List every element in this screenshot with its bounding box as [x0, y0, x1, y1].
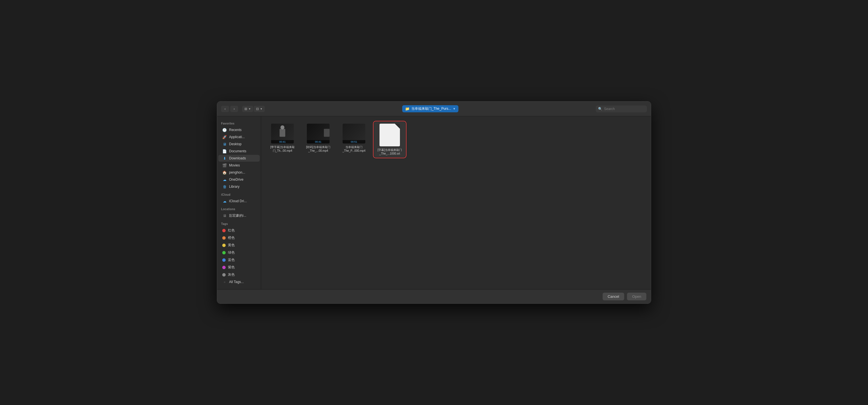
file-name: [带字幕]当幸福来敲门_Th...00.mp4	[270, 145, 294, 153]
main-layout: Favorites 🕐 Recents 🚀 Applicati... 🖥 Des…	[217, 116, 651, 289]
sidebar-documents-label: Documents	[229, 149, 246, 153]
list-item[interactable]: [字幕]当幸福来敲门_The_...1000.srt	[374, 122, 405, 157]
toolbar: ‹ › ⊞ ▼ ⊟ ▼ 📁 当幸福来敲门_The_Purs... ▼ 🔍	[217, 102, 651, 116]
computer-icon: 🖥	[222, 213, 227, 218]
icloud-section-title: iCloud	[217, 190, 261, 197]
video-duration-badge: 00:41	[271, 140, 294, 143]
tag-red-dot	[222, 229, 226, 232]
tag-orange-dot	[222, 236, 226, 240]
movies-icon: 🎬	[222, 163, 227, 168]
file-thumbnail: 00:41	[271, 124, 294, 143]
list-item[interactable]: 00:41 [带字幕]当幸福来敲门_Th...00.mp4	[267, 122, 298, 157]
video-duration-badge: 00:51	[343, 140, 365, 143]
sidebar-onedrive-label: OneDrive	[229, 177, 244, 181]
grid-view-button[interactable]: ⊞ ▼	[242, 106, 253, 112]
sidebar-item-tag-gray[interactable]: 灰色	[218, 271, 260, 278]
list-view-button[interactable]: ⊟ ▼	[254, 106, 265, 112]
tags-section-title: Tags	[217, 220, 261, 227]
library-icon: 🗑	[222, 184, 227, 189]
sidebar-item-tag-orange[interactable]: 橙色	[218, 234, 260, 241]
sidebar-item-all-tags[interactable]: ○ All Tags...	[218, 278, 260, 285]
list-icon: ⊟	[256, 107, 259, 111]
sidebar-item-downloads[interactable]: ⬇ Downloads	[218, 155, 260, 162]
desktop-icon: 🖥	[222, 142, 227, 146]
cancel-button[interactable]: Cancel	[602, 293, 624, 300]
video-duration-badge: 00:41	[307, 140, 330, 143]
sidebar-item-recents[interactable]: 🕐 Recents	[218, 127, 260, 133]
sidebar-item-computer[interactable]: 🖥 彭宏豪的i...	[218, 212, 260, 219]
sidebar-item-applications[interactable]: 🚀 Applicati...	[218, 134, 260, 140]
sidebar-tag-green-label: 绿色	[228, 250, 235, 255]
penghong-icon: 🏠	[222, 170, 227, 175]
documents-icon: 📄	[222, 149, 227, 154]
document-icon	[379, 124, 400, 146]
file-name: [字幕]当幸福来敲门_The_...1000.srt	[377, 148, 402, 156]
sidebar-recents-label: Recents	[229, 128, 242, 132]
file-name: 当幸福来敲门_The_P...000.mp4	[343, 145, 366, 153]
sidebar-tag-purple-label: 紫色	[228, 265, 235, 270]
list-item[interactable]: 00:51 当幸福来敲门_The_P...000.mp4	[338, 122, 370, 157]
sidebar-movies-label: Movies	[229, 163, 240, 167]
grid-dropdown-icon: ▼	[248, 107, 251, 110]
back-button[interactable]: ‹	[221, 106, 229, 112]
recents-icon: 🕐	[222, 128, 227, 132]
all-tags-icon: ○	[222, 280, 227, 284]
sidebar-applications-label: Applicati...	[229, 135, 245, 139]
file-thumbnail: 00:41	[307, 124, 330, 143]
search-box[interactable]: 🔍	[596, 105, 647, 112]
sidebar-computer-label: 彭宏豪的i...	[229, 213, 246, 218]
search-icon: 🔍	[598, 107, 602, 111]
sidebar-tag-gray-label: 灰色	[228, 272, 235, 277]
sidebar-item-tag-green[interactable]: 绿色	[218, 249, 260, 256]
onedrive-icon: ☁	[222, 177, 227, 182]
search-input[interactable]	[604, 107, 645, 111]
sidebar-tag-yellow-label: 黄色	[228, 243, 235, 247]
sidebar-item-documents[interactable]: 📄 Documents	[218, 148, 260, 155]
sidebar-downloads-label: Downloads	[229, 156, 246, 160]
downloads-icon: ⬇	[222, 156, 227, 161]
path-label: 当幸福来敲门_The_Purs...	[411, 106, 451, 111]
sidebar-icloud-label: iCloud Dri...	[229, 199, 247, 203]
tag-green-dot	[222, 251, 226, 255]
path-chevron-icon: ▼	[453, 107, 456, 110]
nav-buttons: ‹ ›	[221, 106, 238, 112]
list-item[interactable]: 00:41 [转码]当幸福来敲门_The_...00.mp4	[303, 122, 334, 157]
list-dropdown-icon: ▼	[260, 107, 262, 110]
sidebar-all-tags-label: All Tags...	[229, 280, 244, 284]
finder-window: ‹ › ⊞ ▼ ⊟ ▼ 📁 当幸福来敲门_The_Purs... ▼ 🔍	[217, 101, 651, 304]
icloud-drive-icon: ☁	[222, 199, 227, 203]
sidebar-item-desktop[interactable]: 🖥 Desktop	[218, 141, 260, 147]
view-buttons: ⊞ ▼ ⊟ ▼	[242, 106, 265, 112]
sidebar-item-movies[interactable]: 🎬 Movies	[218, 162, 260, 169]
tag-gray-dot	[222, 273, 226, 276]
bottom-bar: Cancel Open	[217, 289, 651, 303]
file-thumbnail: 00:51	[343, 124, 365, 143]
tag-yellow-dot	[222, 244, 226, 247]
sidebar-library-label: Library	[229, 184, 240, 189]
forward-button[interactable]: ›	[230, 106, 238, 112]
sidebar-tag-orange-label: 橙色	[228, 235, 235, 240]
sidebar-tag-blue-label: 蓝色	[228, 258, 235, 262]
path-breadcrumb[interactable]: 📁 当幸福来敲门_The_Purs... ▼	[402, 105, 459, 112]
sidebar-tag-red-label: 红色	[228, 228, 235, 233]
sidebar-item-library[interactable]: 🗑 Library	[218, 183, 260, 190]
tag-purple-dot	[222, 266, 226, 269]
sidebar-item-tag-yellow[interactable]: 黄色	[218, 242, 260, 249]
folder-icon: 📁	[405, 107, 410, 111]
sidebar-item-tag-red[interactable]: 红色	[218, 227, 260, 234]
sidebar-item-penghong[interactable]: 🏠 penghon...	[218, 169, 260, 176]
sidebar-penghong-label: penghon...	[229, 170, 245, 174]
open-button[interactable]: Open	[627, 293, 646, 300]
file-name: [转码]当幸福来敲门_The_...00.mp4	[306, 145, 331, 153]
file-area: 00:41 [带字幕]当幸福来敲门_Th...00.mp4 00:41 [转码]…	[261, 116, 651, 289]
grid-icon: ⊞	[244, 107, 247, 111]
applications-icon: 🚀	[222, 135, 227, 139]
sidebar-item-tag-purple[interactable]: 紫色	[218, 264, 260, 271]
sidebar-item-icloud-drive[interactable]: ☁ iCloud Dri...	[218, 198, 260, 204]
sidebar: Favorites 🕐 Recents 🚀 Applicati... 🖥 Des…	[217, 116, 261, 289]
tag-blue-dot	[222, 258, 226, 262]
sidebar-desktop-label: Desktop	[229, 142, 242, 146]
favorites-section-title: Favorites	[217, 119, 261, 126]
sidebar-item-tag-blue[interactable]: 蓝色	[218, 257, 260, 264]
sidebar-item-onedrive[interactable]: ☁ OneDrive	[218, 176, 260, 183]
